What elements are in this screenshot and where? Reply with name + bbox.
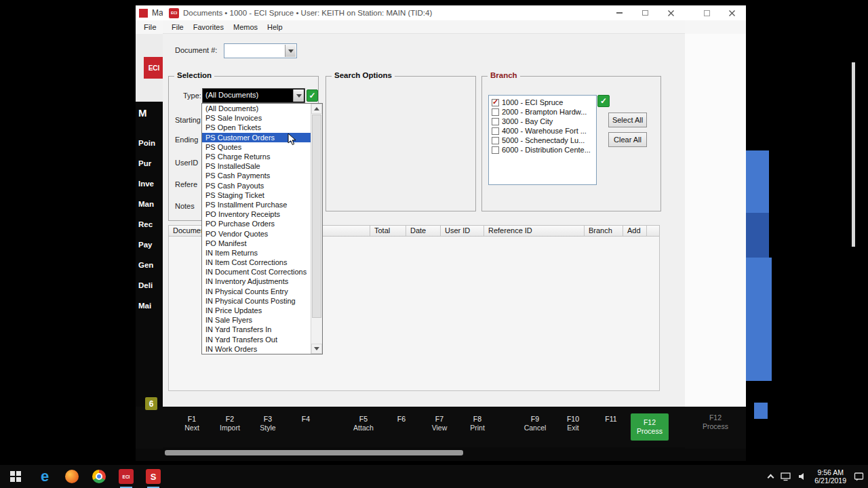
dropdown-item[interactable]: PS Cash Payouts xyxy=(202,181,311,190)
start-button[interactable] xyxy=(0,465,31,488)
dropdown-item[interactable]: IN Item Cost Corrections xyxy=(202,258,311,267)
network-icon[interactable] xyxy=(781,472,791,481)
sidebar-item[interactable]: Rec xyxy=(138,220,153,228)
branch-list[interactable]: 1000 - ECI Spruce 2000 - Brampton Hardw.… xyxy=(488,95,597,185)
f4-button[interactable]: F4 xyxy=(287,415,325,432)
f10-exit-button[interactable]: F10Exit xyxy=(554,415,592,432)
action-center-icon[interactable] xyxy=(854,472,864,481)
branch-item[interactable]: 4000 - Warehouse Fort ... xyxy=(490,126,595,136)
f3-style-button[interactable]: F3Style xyxy=(249,415,287,432)
dropdown-item[interactable]: PS Installment Purchase xyxy=(202,200,311,209)
f5-attach-button[interactable]: F5Attach xyxy=(344,415,382,432)
checkbox-icon[interactable] xyxy=(492,108,499,116)
checkbox-icon[interactable] xyxy=(492,137,499,144)
clear-all-button[interactable]: Clear All xyxy=(608,132,647,147)
dropdown-item[interactable]: IN Physical Counts Posting xyxy=(202,296,311,306)
orange-app-taskbar-icon[interactable] xyxy=(58,465,85,488)
chrome-taskbar-icon[interactable] xyxy=(85,465,113,488)
dropdown-item[interactable]: IN Document Cost Corrections xyxy=(202,267,311,277)
menu-favorites[interactable]: Favorites xyxy=(193,23,224,31)
sidebar-item[interactable]: Deli xyxy=(138,281,153,289)
branch-item[interactable]: 3000 - Bay City xyxy=(490,117,595,126)
dropdown-item[interactable]: PS InstalledSale xyxy=(202,161,311,171)
f7-view-button[interactable]: F7View xyxy=(420,415,458,432)
sidebar-item[interactable]: Poin xyxy=(138,139,155,147)
branch-item[interactable]: 5000 - Schenectady Lu... xyxy=(490,136,595,145)
branch-confirm-check-button[interactable] xyxy=(597,95,610,107)
minimize-button[interactable] xyxy=(606,5,632,20)
ending-label: Ending xyxy=(175,136,198,144)
sidebar-item[interactable]: Gen xyxy=(138,261,153,269)
dropdown-item[interactable]: IN Yard Transfers Out xyxy=(202,335,311,344)
sidebar-item[interactable]: Inve xyxy=(138,180,154,188)
scrollbar-thumb[interactable] xyxy=(312,115,321,318)
f2-import-button[interactable]: F2Import xyxy=(211,415,249,432)
dropdown-arrow-button[interactable] xyxy=(285,45,296,57)
sidebar-item[interactable]: Mai xyxy=(138,302,151,310)
menu-memos[interactable]: Memos xyxy=(233,23,258,31)
dropdown-item[interactable]: PO Manifest xyxy=(202,239,311,248)
edge-taskbar-icon[interactable] xyxy=(31,465,58,488)
dropdown-arrow-button[interactable] xyxy=(293,89,304,102)
dropdown-item[interactable]: PS Staging Ticket xyxy=(202,190,311,200)
scroll-up-button[interactable] xyxy=(311,104,322,114)
checkbox-icon[interactable] xyxy=(492,127,499,135)
checkbox-icon[interactable] xyxy=(492,118,499,125)
column-date[interactable]: Date xyxy=(406,226,441,236)
dropdown-item[interactable]: (All Documents) xyxy=(202,104,311,113)
f1-next-button[interactable]: F1Next xyxy=(173,415,211,432)
taskbar-clock[interactable]: 9:56 AM 6/21/2019 xyxy=(814,468,846,485)
close-button[interactable] xyxy=(658,5,684,20)
column-user-id[interactable]: User ID xyxy=(441,226,484,236)
f6-button[interactable]: F6 xyxy=(382,415,420,432)
volume-icon[interactable] xyxy=(798,472,807,481)
column-total[interactable]: Total xyxy=(370,226,406,236)
dropdown-item[interactable]: PO Inventory Receipts xyxy=(202,209,311,219)
f9-cancel-button[interactable]: F9Cancel xyxy=(516,415,554,432)
menu-help[interactable]: Help xyxy=(267,23,283,31)
select-all-button[interactable]: Select All xyxy=(608,113,647,127)
spruce-taskbar-icon[interactable]: S xyxy=(140,465,167,488)
dropdown-item[interactable]: IN Sale Flyers xyxy=(202,315,311,325)
sidebar-item[interactable]: Man xyxy=(138,200,154,208)
sidebar-item[interactable]: Pur xyxy=(138,159,151,167)
dropdown-item[interactable]: PS Open Tickets xyxy=(202,123,311,132)
dropdown-item[interactable]: IN Yard Transfers In xyxy=(202,325,311,334)
column-reference-id[interactable]: Reference ID xyxy=(484,226,585,236)
eci-taskbar-icon[interactable]: ECI xyxy=(113,465,140,488)
close-icon[interactable] xyxy=(728,9,736,17)
menu-file[interactable]: File xyxy=(172,23,184,31)
column-add[interactable]: Add xyxy=(623,226,647,236)
branch-item[interactable]: 1000 - ECI Spruce xyxy=(490,98,595,107)
sidebar-item[interactable]: Pay xyxy=(138,241,152,249)
dropdown-item[interactable]: IN Physical Counts Entry xyxy=(202,287,311,296)
f11-button[interactable]: F11 xyxy=(592,415,630,432)
type-confirm-check-button[interactable] xyxy=(307,89,318,102)
document-number-combobox[interactable] xyxy=(224,43,297,58)
branch-item[interactable]: 6000 - Distribution Cente... xyxy=(490,145,595,155)
dropdown-item[interactable]: IN Item Returns xyxy=(202,248,311,258)
f8-print-button[interactable]: F8Print xyxy=(458,415,496,432)
dropdown-item[interactable]: PS Cash Payments xyxy=(202,171,311,180)
column-branch[interactable]: Branch xyxy=(585,226,623,236)
dropdown-item[interactable]: PO Vendor Quotes xyxy=(202,228,311,238)
checkbox-icon[interactable] xyxy=(492,146,499,154)
type-combobox[interactable]: (All Documents) xyxy=(202,88,305,103)
tray-expand-icon[interactable] xyxy=(768,474,774,481)
checkbox-checked-icon[interactable] xyxy=(492,99,499,106)
dropdown-item[interactable]: IN Inventory Adjustments xyxy=(202,277,311,286)
f12-process-button[interactable]: F12Process xyxy=(631,413,669,441)
dropdown-item[interactable]: PO Purchase Orders xyxy=(202,219,311,228)
dropdown-item[interactable]: IN Price Updates xyxy=(202,306,311,315)
dropdown-item[interactable]: PS Charge Returns xyxy=(202,152,311,161)
scroll-down-button[interactable] xyxy=(311,344,322,354)
dropdown-scrollbar[interactable] xyxy=(311,104,322,354)
titlebar[interactable]: ECI Documents • 1000 - ECI Spruce • User… xyxy=(163,5,685,20)
maximize-button[interactable] xyxy=(632,5,658,20)
branch-item[interactable]: 2000 - Brampton Hardw... xyxy=(490,107,595,117)
dropdown-item[interactable]: IN Work Orders xyxy=(202,344,311,354)
background-f12-process[interactable]: F12 Process xyxy=(694,413,736,431)
dropdown-item[interactable]: PS Sale Invoices xyxy=(202,113,311,123)
horizontal-scrollbar-thumb[interactable] xyxy=(165,450,463,455)
maximize-icon[interactable] xyxy=(704,10,710,16)
